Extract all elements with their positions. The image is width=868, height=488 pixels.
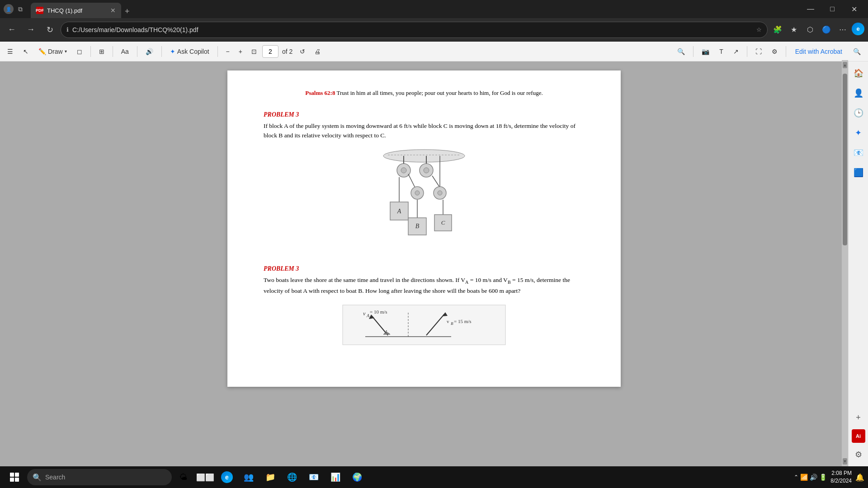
- new-tab-button[interactable]: +: [121, 5, 133, 18]
- search-pdf-right-button[interactable]: 🔍: [849, 44, 864, 59]
- page-number-input[interactable]: [262, 45, 278, 58]
- taskbar-fileexplorer-button[interactable]: 📁: [260, 468, 280, 486]
- browser-window: 👤 ⧉ PDF THCQ (1).pdf ✕ + — □ ✕ ← → ↻ ℹ ☆: [0, 0, 868, 488]
- taskbar-teams-button[interactable]: 👥: [239, 468, 259, 486]
- address-bar-row: ← → ↻ ℹ ☆ 🧩 ★ ⬡ 🔵 ⋯ e: [0, 18, 868, 42]
- menu-icon[interactable]: ⋯: [835, 23, 850, 37]
- page-total: of 2: [280, 48, 294, 55]
- fullscreen-button[interactable]: ⛶: [752, 44, 765, 59]
- svg-point-6: [424, 168, 429, 173]
- sidebar-discover-icon[interactable]: 🏠: [850, 65, 867, 81]
- acrobat-badge[interactable]: Ai: [852, 429, 865, 443]
- pdf-toolbar-right: 🔍 📷 T ↗ ⛶ ⚙ Edit with Acrobat 🔍: [674, 44, 864, 59]
- divider-7: [747, 46, 747, 57]
- taskbar-app9-button[interactable]: 🌍: [347, 468, 367, 486]
- problem-3a-text: If block A of the pulley system is movin…: [264, 121, 585, 141]
- edge-icon: e: [852, 23, 864, 35]
- tab-close-button[interactable]: ✕: [110, 7, 116, 14]
- eraser-button[interactable]: ◻: [73, 44, 86, 59]
- read-aloud-button[interactable]: 🔊: [142, 44, 157, 59]
- settings-button[interactable]: ⚙: [768, 44, 781, 59]
- favorites-icon[interactable]: ★: [787, 23, 801, 37]
- sidebar-plus-icon[interactable]: +: [850, 409, 867, 426]
- notification-icon[interactable]: 🔔: [855, 473, 864, 482]
- scroll-up-button[interactable]: ▲: [843, 62, 847, 68]
- problem-3b-section: PROBLEM 3 Two boats leave the shore at t…: [264, 265, 585, 348]
- back-button[interactable]: ←: [4, 22, 20, 38]
- browser-toolbar-icons: 🧩 ★ ⬡ 🔵 ⋯ e: [770, 23, 864, 37]
- text-size-button[interactable]: Aa: [118, 44, 132, 59]
- active-tab[interactable]: PDF THCQ (1).pdf ✕: [31, 3, 121, 18]
- zoom-out-button[interactable]: −: [222, 44, 233, 59]
- scroll-down-button[interactable]: ▼: [843, 458, 847, 465]
- maximize-button[interactable]: □: [822, 2, 843, 16]
- sidebar-copilot-icon[interactable]: ✦: [850, 125, 867, 141]
- pdf-toolbar: ☰ ↖ ✏️ Draw ▾ ◻ ⊞ Aa 🔊 ✦ Ask Copilot − +…: [0, 42, 868, 61]
- volume-icon[interactable]: 🔊: [810, 474, 817, 481]
- taskbar-search-box[interactable]: 🔍 Search: [27, 469, 172, 485]
- scripture-text: Trust in him at all times, you people; p…: [336, 89, 542, 96]
- scrollbar-track[interactable]: ▲ ▼: [842, 61, 848, 466]
- network-icon[interactable]: 📶: [800, 474, 808, 481]
- svg-line-15: [432, 176, 440, 188]
- fit-page-button[interactable]: ⊡: [248, 44, 260, 59]
- sidebar-favorites-icon[interactable]: 👤: [850, 85, 867, 101]
- sidebar-outlook-icon[interactable]: 📧: [850, 145, 867, 161]
- profile-icon[interactable]: 👤: [4, 4, 14, 14]
- taskbar-mail-button[interactable]: 📧: [304, 468, 324, 486]
- svg-point-17: [438, 191, 442, 195]
- sidebar-settings-icon[interactable]: ⚙: [850, 446, 867, 463]
- main-area: Psalms 62:8 Trust in him at all times, y…: [0, 61, 868, 466]
- minimize-button[interactable]: —: [800, 2, 821, 16]
- refresh-button[interactable]: ↻: [42, 22, 58, 38]
- snapshot-button[interactable]: 📷: [698, 44, 713, 59]
- star-icon[interactable]: ☆: [756, 26, 762, 33]
- extensions-icon[interactable]: 🧩: [770, 23, 785, 37]
- text-select-button[interactable]: T: [716, 44, 727, 59]
- start-button[interactable]: [4, 468, 25, 486]
- pulley-diagram: A: [264, 148, 585, 252]
- select-tool-button[interactable]: ↖: [19, 44, 32, 59]
- draw-button[interactable]: ✏️ Draw ▾: [35, 44, 71, 59]
- rotate-button[interactable]: ↺: [296, 44, 309, 59]
- taskbar-edge-button[interactable]: e: [217, 468, 237, 486]
- svg-line-12: [408, 174, 415, 188]
- divider-4: [161, 46, 162, 57]
- sidebar-history-icon[interactable]: 🕒: [850, 105, 867, 121]
- tab-title: THCQ (1).pdf: [47, 7, 82, 14]
- address-bar[interactable]: ℹ ☆: [61, 22, 768, 38]
- tab-favicon: PDF: [36, 7, 43, 14]
- pdf-viewer-area[interactable]: Psalms 62:8 Trust in him at all times, y…: [0, 61, 848, 466]
- zoom-in-button[interactable]: +: [235, 44, 246, 59]
- taskbar-clock[interactable]: 2:08 PM 8/2/2024: [830, 469, 852, 485]
- scripture-reference: Psalms 62:8: [305, 89, 335, 96]
- address-input[interactable]: [72, 26, 753, 33]
- divider-6: [693, 46, 693, 57]
- windows-logo: [10, 473, 19, 482]
- close-button[interactable]: ✕: [844, 2, 864, 16]
- lock-icon: ℹ: [66, 26, 69, 33]
- scrollbar-thumb[interactable]: [843, 74, 847, 245]
- draw-chevron-icon: ▾: [65, 49, 67, 54]
- search-pdf-button[interactable]: 🔍: [674, 44, 689, 59]
- window-controls: — □ ✕: [800, 2, 864, 16]
- taskbar-browser-button[interactable]: 🌐: [282, 468, 302, 486]
- battery-icon[interactable]: 🔋: [819, 474, 827, 481]
- chevron-icon[interactable]: ⌃: [794, 474, 798, 480]
- edit-with-acrobat-button[interactable]: Edit with Acrobat: [791, 46, 847, 57]
- clock-time: 2:08 PM: [830, 469, 852, 477]
- taskbar-app8-button[interactable]: 📊: [326, 468, 345, 486]
- taskbar-taskview-button[interactable]: ⬜⬜: [195, 468, 215, 486]
- toolbar-menu-button[interactable]: ☰: [4, 44, 17, 59]
- view-mode-button[interactable]: ⊞: [95, 44, 108, 59]
- collections-icon[interactable]: ⬡: [803, 23, 817, 37]
- ask-copilot-button[interactable]: ✦ Ask Copilot: [166, 44, 213, 59]
- copilot-icon: ✦: [170, 48, 175, 55]
- collections-icon[interactable]: ⧉: [15, 4, 25, 14]
- forward-button[interactable]: →: [23, 22, 39, 38]
- print-button[interactable]: 🖨: [311, 44, 324, 59]
- sidebar-office-icon[interactable]: 🟦: [850, 164, 867, 181]
- profile-icon[interactable]: 🔵: [819, 23, 834, 37]
- taskbar-widgets-button[interactable]: 🌤: [174, 468, 193, 486]
- share-button[interactable]: ↗: [730, 44, 742, 59]
